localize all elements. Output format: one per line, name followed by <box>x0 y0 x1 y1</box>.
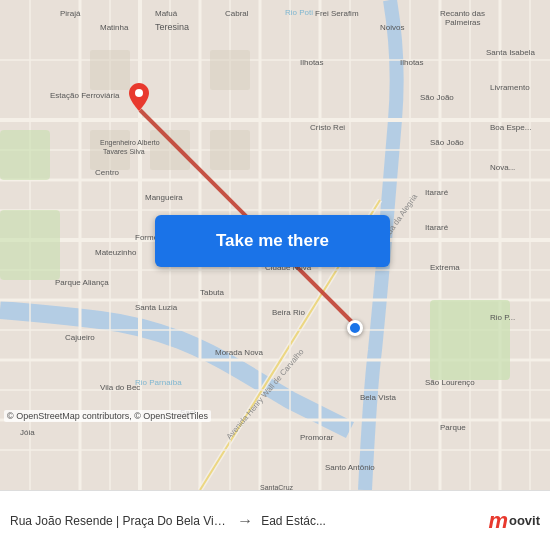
map-attribution: © OpenStreetMap contributors, © OpenStre… <box>4 410 211 422</box>
svg-rect-36 <box>150 130 190 170</box>
svg-text:Engenheiro Alberto: Engenheiro Alberto <box>100 139 160 147</box>
svg-text:Tavares Silva: Tavares Silva <box>103 148 145 155</box>
svg-text:Ilhotas: Ilhotas <box>400 58 424 67</box>
map-container: Teresina Estação Ferroviária Engenheiro … <box>0 0 550 490</box>
route-destination: Ead Estác... <box>261 514 480 528</box>
take-me-there-button[interactable]: Take me there <box>155 215 390 267</box>
svg-text:Centro: Centro <box>95 168 120 177</box>
svg-text:Rio Parnaíba: Rio Parnaíba <box>135 378 182 387</box>
destination-pin <box>128 83 150 115</box>
svg-text:Palmeiras: Palmeiras <box>445 18 481 27</box>
svg-text:Tabuta: Tabuta <box>200 288 225 297</box>
svg-text:Jóia: Jóia <box>20 428 35 437</box>
svg-text:Ilhotas: Ilhotas <box>300 58 324 67</box>
svg-rect-32 <box>430 300 510 380</box>
route-origin: Rua João Resende | Praça Do Bela Vis... <box>10 514 229 528</box>
svg-text:São João: São João <box>430 138 464 147</box>
svg-text:Mafuá: Mafuá <box>155 9 178 18</box>
svg-text:Estação Ferroviária: Estação Ferroviária <box>50 91 120 100</box>
svg-text:Bela Vista: Bela Vista <box>360 393 396 402</box>
svg-text:Itararé: Itararé <box>425 188 449 197</box>
svg-text:Parque Aliança: Parque Aliança <box>55 278 109 287</box>
moovit-logo-m: m <box>488 508 508 534</box>
svg-text:Santa Isabela: Santa Isabela <box>486 48 535 57</box>
svg-text:Parque: Parque <box>440 423 466 432</box>
svg-text:Frei Serafim: Frei Serafim <box>315 9 359 18</box>
svg-text:Mangueira: Mangueira <box>145 193 183 202</box>
svg-rect-34 <box>0 130 50 180</box>
svg-text:Pirajá: Pirajá <box>60 9 81 18</box>
svg-text:Recanto das: Recanto das <box>440 9 485 18</box>
svg-point-91 <box>135 89 143 97</box>
svg-text:Santa Luzia: Santa Luzia <box>135 303 178 312</box>
route-arrow-icon: → <box>237 512 253 530</box>
svg-rect-37 <box>210 50 250 90</box>
svg-text:Teresina: Teresina <box>155 22 189 32</box>
svg-rect-39 <box>90 50 130 90</box>
svg-text:Cristo Rei: Cristo Rei <box>310 123 345 132</box>
svg-text:Matinha: Matinha <box>100 23 129 32</box>
moovit-logo-text: oovit <box>509 513 540 528</box>
svg-text:Nova...: Nova... <box>490 163 515 172</box>
svg-text:Cajueiro: Cajueiro <box>65 333 95 342</box>
svg-text:Morada Nova: Morada Nova <box>215 348 264 357</box>
moovit-logo: m oovit <box>488 508 540 534</box>
svg-text:São João: São João <box>420 93 454 102</box>
svg-text:Beira Rio: Beira Rio <box>272 308 305 317</box>
origin-pin <box>347 320 363 336</box>
svg-text:Mateuzinho: Mateuzinho <box>95 248 137 257</box>
svg-text:Rio P...: Rio P... <box>490 313 515 322</box>
svg-text:Extrema: Extrema <box>430 263 460 272</box>
svg-text:Rio Poti: Rio Poti <box>285 8 313 17</box>
svg-text:Santo Antônio: Santo Antônio <box>325 463 375 472</box>
svg-rect-33 <box>0 210 60 280</box>
svg-text:Boa Espe...: Boa Espe... <box>490 123 531 132</box>
svg-text:Livramento: Livramento <box>490 83 530 92</box>
svg-rect-38 <box>210 130 250 170</box>
svg-text:Itararé: Itararé <box>425 223 449 232</box>
svg-text:Noivos: Noivos <box>380 23 404 32</box>
svg-text:Promorar: Promorar <box>300 433 334 442</box>
svg-text:São Lourenço: São Lourenço <box>425 378 475 387</box>
svg-text:Cabral: Cabral <box>225 9 249 18</box>
bottom-bar: Rua João Resende | Praça Do Bela Vis... … <box>0 490 550 550</box>
